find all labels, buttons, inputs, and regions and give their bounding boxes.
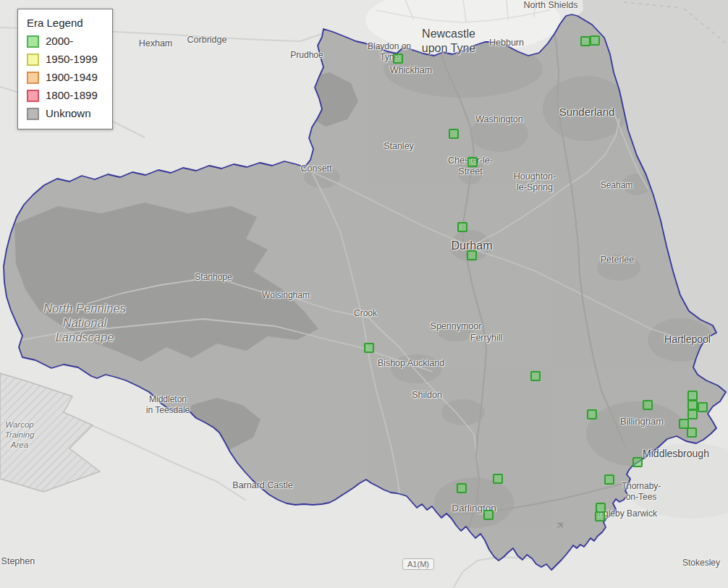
era-marker[interactable] <box>698 402 708 412</box>
era-marker[interactable] <box>643 400 653 410</box>
legend-row: 1900-1949 <box>27 72 103 84</box>
legend-label: 1950-1999 <box>46 54 98 66</box>
legend-row: 2000- <box>27 35 103 48</box>
era-marker[interactable] <box>483 510 494 520</box>
legend-label: 1900-1949 <box>46 72 98 84</box>
era-marker[interactable] <box>467 157 478 167</box>
legend-label: 2000- <box>46 35 73 48</box>
legend-title: Era Legend <box>27 17 103 29</box>
era-marker[interactable] <box>580 36 591 46</box>
legend-swatch-icon <box>27 90 39 102</box>
era-marker[interactable] <box>595 511 605 521</box>
era-marker[interactable] <box>590 35 600 46</box>
a1m-road-badge: A1(M) <box>402 558 434 570</box>
era-marker[interactable] <box>457 483 467 493</box>
era-marker[interactable] <box>493 474 503 484</box>
legend-label: Unknown <box>46 108 91 120</box>
legend-swatch-icon <box>27 72 39 84</box>
legend-swatch-icon <box>27 35 39 48</box>
legend-row: 1800-1899 <box>27 90 103 102</box>
era-marker[interactable] <box>393 54 403 64</box>
map-canvas[interactable]: North ShieldsNewcastle upon TyneHebburnH… <box>0 0 728 588</box>
era-marker[interactable] <box>467 250 477 260</box>
era-marker[interactable] <box>687 427 697 438</box>
era-marker[interactable] <box>530 371 541 381</box>
era-legend: Era Legend 2000-1950-19991900-19491800-1… <box>17 9 113 129</box>
legend-swatch-icon <box>27 108 39 120</box>
era-marker[interactable] <box>604 474 614 485</box>
legend-items: 2000-1950-19991900-19491800-1899Unknown <box>27 35 103 120</box>
era-marker[interactable] <box>687 409 698 419</box>
era-marker[interactable] <box>632 457 643 467</box>
era-marker[interactable] <box>449 129 459 139</box>
legend-row: Unknown <box>27 108 103 120</box>
legend-row: 1950-1999 <box>27 54 103 66</box>
legend-swatch-icon <box>27 54 39 66</box>
era-marker[interactable] <box>457 222 467 232</box>
legend-label: 1800-1899 <box>46 90 98 102</box>
era-marker[interactable] <box>687 391 698 401</box>
era-marker[interactable] <box>587 409 597 419</box>
era-marker[interactable] <box>687 400 698 410</box>
era-marker[interactable] <box>364 343 374 353</box>
